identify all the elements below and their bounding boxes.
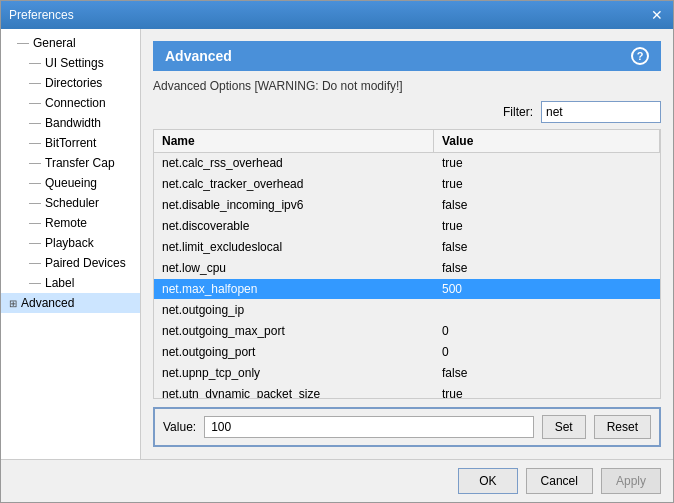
tree-dash-icon: — bbox=[17, 236, 41, 250]
tree-dash-icon: — bbox=[17, 176, 41, 190]
cell-value: 0 bbox=[434, 321, 660, 341]
filter-row: Filter: bbox=[153, 101, 661, 123]
tree-dash-icon: — bbox=[17, 216, 41, 230]
value-input[interactable] bbox=[204, 416, 533, 438]
cell-name: net.upnp_tcp_only bbox=[154, 363, 434, 383]
sidebar-item-general[interactable]: —General bbox=[1, 33, 140, 53]
warning-text: Advanced Options [WARNING: Do not modify… bbox=[153, 79, 661, 93]
table-row[interactable]: net.calc_rss_overheadtrue bbox=[154, 153, 660, 174]
tree-dash-icon: — bbox=[17, 256, 41, 270]
sidebar-item-label: Paired Devices bbox=[45, 256, 126, 270]
panel-title: Advanced bbox=[165, 48, 232, 64]
tree-dash-icon: — bbox=[17, 56, 41, 70]
cell-value: true bbox=[434, 153, 660, 173]
tree-dash-icon: — bbox=[17, 76, 41, 90]
table-row[interactable]: net.limit_excludeslocalfalse bbox=[154, 237, 660, 258]
tree-expand-icon: ⊞ bbox=[9, 298, 17, 309]
titlebar: Preferences ✕ bbox=[1, 1, 673, 29]
cell-name: net.outgoing_max_port bbox=[154, 321, 434, 341]
cancel-button[interactable]: Cancel bbox=[526, 468, 593, 494]
cell-value: false bbox=[434, 237, 660, 257]
tree-dash-icon: — bbox=[17, 36, 29, 50]
cell-value bbox=[434, 300, 660, 320]
table-row[interactable]: net.utn_dynamic_packet_sizetrue bbox=[154, 384, 660, 398]
value-label: Value: bbox=[163, 420, 196, 434]
content-panel: Advanced ? Advanced Options [WARNING: Do… bbox=[141, 29, 673, 459]
filter-input[interactable] bbox=[541, 101, 661, 123]
tree-dash-icon: — bbox=[17, 156, 41, 170]
cell-value: false bbox=[434, 195, 660, 215]
sidebar-item-label: Directories bbox=[45, 76, 102, 90]
window-title: Preferences bbox=[9, 8, 74, 22]
cell-name: net.outgoing_ip bbox=[154, 300, 434, 320]
sidebar-item-bandwidth[interactable]: —Bandwidth bbox=[1, 113, 140, 133]
col-name-header: Name bbox=[154, 130, 434, 152]
table-row[interactable]: net.calc_tracker_overheadtrue bbox=[154, 174, 660, 195]
sidebar-item-advanced[interactable]: ⊞Advanced bbox=[1, 293, 140, 313]
sidebar-item-label: Bandwidth bbox=[45, 116, 101, 130]
cell-value: true bbox=[434, 384, 660, 398]
table-row[interactable]: net.upnp_tcp_onlyfalse bbox=[154, 363, 660, 384]
table-row[interactable]: net.outgoing_port0 bbox=[154, 342, 660, 363]
table-row[interactable]: net.low_cpufalse bbox=[154, 258, 660, 279]
cell-value: true bbox=[434, 216, 660, 236]
table-row[interactable]: net.outgoing_max_port0 bbox=[154, 321, 660, 342]
sidebar-item-ui-settings[interactable]: —UI Settings bbox=[1, 53, 140, 73]
table-row[interactable]: net.disable_incoming_ipv6false bbox=[154, 195, 660, 216]
sidebar-item-bittorrent[interactable]: —BitTorrent bbox=[1, 133, 140, 153]
sidebar-item-label: Connection bbox=[45, 96, 106, 110]
value-row: Value: Set Reset bbox=[153, 407, 661, 447]
close-button[interactable]: ✕ bbox=[649, 7, 665, 23]
sidebar-item-transfer-cap[interactable]: —Transfer Cap bbox=[1, 153, 140, 173]
bottom-bar: OK Cancel Apply bbox=[1, 459, 673, 502]
preferences-window: Preferences ✕ —General—UI Settings—Direc… bbox=[0, 0, 674, 503]
apply-button[interactable]: Apply bbox=[601, 468, 661, 494]
sidebar-item-label[interactable]: —Label bbox=[1, 273, 140, 293]
sidebar-item-playback[interactable]: —Playback bbox=[1, 233, 140, 253]
filter-label: Filter: bbox=[503, 105, 533, 119]
sidebar: —General—UI Settings—Directories—Connect… bbox=[1, 29, 141, 459]
help-icon[interactable]: ? bbox=[631, 47, 649, 65]
sidebar-item-remote[interactable]: —Remote bbox=[1, 213, 140, 233]
tree-dash-icon: — bbox=[17, 96, 41, 110]
table-body: net.calc_rss_overheadtruenet.calc_tracke… bbox=[154, 153, 660, 398]
sidebar-item-label: Transfer Cap bbox=[45, 156, 115, 170]
sidebar-item-label: Queueing bbox=[45, 176, 97, 190]
cell-name: net.max_halfopen bbox=[154, 279, 434, 299]
sidebar-item-label: Remote bbox=[45, 216, 87, 230]
tree-dash-icon: — bbox=[17, 196, 41, 210]
sidebar-item-directories[interactable]: —Directories bbox=[1, 73, 140, 93]
cell-value: false bbox=[434, 258, 660, 278]
sidebar-item-label: General bbox=[33, 36, 76, 50]
cell-value: false bbox=[434, 363, 660, 383]
sidebar-item-label: Advanced bbox=[21, 296, 74, 310]
sidebar-item-paired-devices[interactable]: —Paired Devices bbox=[1, 253, 140, 273]
sidebar-item-label: Label bbox=[45, 276, 74, 290]
ok-button[interactable]: OK bbox=[458, 468, 517, 494]
cell-name: net.calc_tracker_overhead bbox=[154, 174, 434, 194]
col-value-header: Value bbox=[434, 130, 660, 152]
set-button[interactable]: Set bbox=[542, 415, 586, 439]
table-row[interactable]: net.outgoing_ip bbox=[154, 300, 660, 321]
tree-dash-icon: — bbox=[17, 136, 41, 150]
table-row[interactable]: net.max_halfopen500 bbox=[154, 279, 660, 300]
cell-name: net.discoverable bbox=[154, 216, 434, 236]
table-row[interactable]: net.discoverabletrue bbox=[154, 216, 660, 237]
options-table: Name Value net.calc_rss_overheadtruenet.… bbox=[153, 129, 661, 399]
sidebar-item-label: BitTorrent bbox=[45, 136, 96, 150]
table-header: Name Value bbox=[154, 130, 660, 153]
cell-value: true bbox=[434, 174, 660, 194]
cell-name: net.calc_rss_overhead bbox=[154, 153, 434, 173]
tree-dash-icon: — bbox=[17, 116, 41, 130]
main-content: —General—UI Settings—Directories—Connect… bbox=[1, 29, 673, 459]
sidebar-item-queueing[interactable]: —Queueing bbox=[1, 173, 140, 193]
reset-button[interactable]: Reset bbox=[594, 415, 651, 439]
cell-name: net.disable_incoming_ipv6 bbox=[154, 195, 434, 215]
cell-name: net.low_cpu bbox=[154, 258, 434, 278]
cell-name: net.utn_dynamic_packet_size bbox=[154, 384, 434, 398]
sidebar-item-scheduler[interactable]: —Scheduler bbox=[1, 193, 140, 213]
sidebar-item-label: Playback bbox=[45, 236, 94, 250]
panel-title-bar: Advanced ? bbox=[153, 41, 661, 71]
sidebar-item-connection[interactable]: —Connection bbox=[1, 93, 140, 113]
cell-name: net.limit_excludeslocal bbox=[154, 237, 434, 257]
